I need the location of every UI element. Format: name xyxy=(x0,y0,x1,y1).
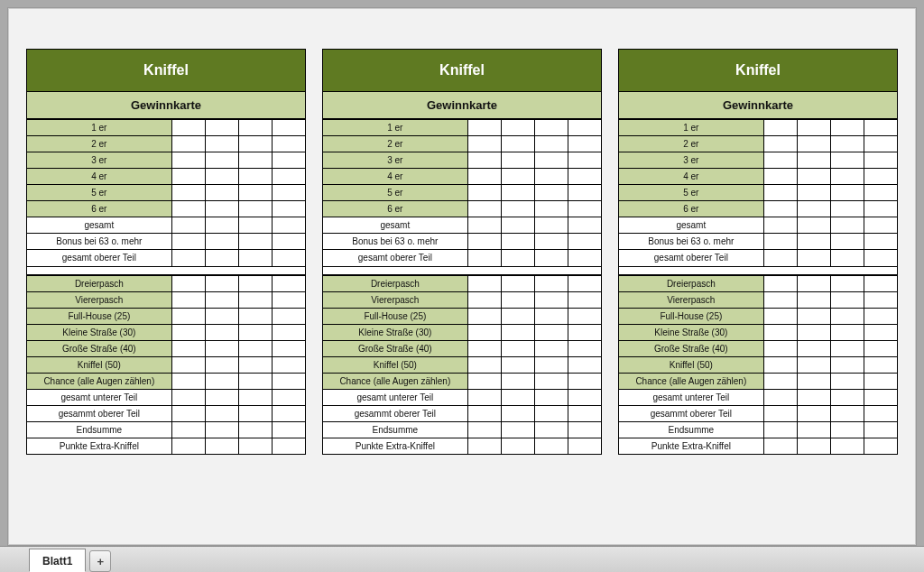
score-cell[interactable] xyxy=(238,201,272,217)
score-cell[interactable] xyxy=(205,185,238,201)
score-cell[interactable] xyxy=(272,120,305,136)
score-cell[interactable] xyxy=(238,169,272,185)
score-cell[interactable] xyxy=(830,275,864,291)
score-cell[interactable] xyxy=(568,201,601,217)
score-cell[interactable] xyxy=(238,291,272,308)
score-cell[interactable] xyxy=(763,234,797,250)
score-cell[interactable] xyxy=(238,234,272,250)
score-cell[interactable] xyxy=(864,185,897,201)
score-cell[interactable] xyxy=(864,389,897,405)
score-cell[interactable] xyxy=(171,438,205,454)
score-cell[interactable] xyxy=(534,373,568,389)
score-cell[interactable] xyxy=(171,136,205,152)
score-cell[interactable] xyxy=(568,136,601,152)
score-cell[interactable] xyxy=(797,136,830,152)
score-cell[interactable] xyxy=(501,201,534,217)
score-cell[interactable] xyxy=(864,275,897,291)
score-cell[interactable] xyxy=(534,405,568,421)
score-cell[interactable] xyxy=(534,324,568,340)
score-cell[interactable] xyxy=(763,324,797,340)
score-cell[interactable] xyxy=(763,152,797,169)
score-cell[interactable] xyxy=(568,217,601,234)
score-cell[interactable] xyxy=(205,356,238,373)
score-cell[interactable] xyxy=(467,201,501,217)
score-cell[interactable] xyxy=(501,405,534,421)
score-cell[interactable] xyxy=(797,185,830,201)
score-cell[interactable] xyxy=(171,250,205,266)
score-cell[interactable] xyxy=(568,169,601,185)
score-cell[interactable] xyxy=(568,185,601,201)
score-cell[interactable] xyxy=(797,389,830,405)
score-cell[interactable] xyxy=(830,291,864,308)
sheet-tab-active[interactable]: Blatt1 xyxy=(29,549,86,572)
score-cell[interactable] xyxy=(501,234,534,250)
score-cell[interactable] xyxy=(205,120,238,136)
score-cell[interactable] xyxy=(797,438,830,454)
score-cell[interactable] xyxy=(238,275,272,291)
score-cell[interactable] xyxy=(238,136,272,152)
score-cell[interactable] xyxy=(171,201,205,217)
score-cell[interactable] xyxy=(830,438,864,454)
score-cell[interactable] xyxy=(272,389,305,405)
score-cell[interactable] xyxy=(534,356,568,373)
score-cell[interactable] xyxy=(238,340,272,356)
score-cell[interactable] xyxy=(830,250,864,266)
score-cell[interactable] xyxy=(763,120,797,136)
score-cell[interactable] xyxy=(205,217,238,234)
score-cell[interactable] xyxy=(205,169,238,185)
score-cell[interactable] xyxy=(830,421,864,438)
score-cell[interactable] xyxy=(272,324,305,340)
score-cell[interactable] xyxy=(272,201,305,217)
score-cell[interactable] xyxy=(797,201,830,217)
score-cell[interactable] xyxy=(171,373,205,389)
score-cell[interactable] xyxy=(763,217,797,234)
score-cell[interactable] xyxy=(830,356,864,373)
score-cell[interactable] xyxy=(467,438,501,454)
score-cell[interactable] xyxy=(272,308,305,324)
score-cell[interactable] xyxy=(797,340,830,356)
score-cell[interactable] xyxy=(238,389,272,405)
score-cell[interactable] xyxy=(864,356,897,373)
score-cell[interactable] xyxy=(797,250,830,266)
score-cell[interactable] xyxy=(272,169,305,185)
score-cell[interactable] xyxy=(171,185,205,201)
score-cell[interactable] xyxy=(467,308,501,324)
score-cell[interactable] xyxy=(171,291,205,308)
score-cell[interactable] xyxy=(568,120,601,136)
score-cell[interactable] xyxy=(272,438,305,454)
score-cell[interactable] xyxy=(534,438,568,454)
score-cell[interactable] xyxy=(797,234,830,250)
score-cell[interactable] xyxy=(864,291,897,308)
score-cell[interactable] xyxy=(763,275,797,291)
score-cell[interactable] xyxy=(272,356,305,373)
score-cell[interactable] xyxy=(238,308,272,324)
score-cell[interactable] xyxy=(763,169,797,185)
score-cell[interactable] xyxy=(205,308,238,324)
score-cell[interactable] xyxy=(568,250,601,266)
score-cell[interactable] xyxy=(864,421,897,438)
score-cell[interactable] xyxy=(467,152,501,169)
score-cell[interactable] xyxy=(171,217,205,234)
score-cell[interactable] xyxy=(534,421,568,438)
score-cell[interactable] xyxy=(467,421,501,438)
score-cell[interactable] xyxy=(205,421,238,438)
score-cell[interactable] xyxy=(864,308,897,324)
score-cell[interactable] xyxy=(238,373,272,389)
score-cell[interactable] xyxy=(830,169,864,185)
score-cell[interactable] xyxy=(205,201,238,217)
score-cell[interactable] xyxy=(205,234,238,250)
score-cell[interactable] xyxy=(864,340,897,356)
score-cell[interactable] xyxy=(171,169,205,185)
score-cell[interactable] xyxy=(534,217,568,234)
score-cell[interactable] xyxy=(763,438,797,454)
score-cell[interactable] xyxy=(238,217,272,234)
score-cell[interactable] xyxy=(467,120,501,136)
score-cell[interactable] xyxy=(763,356,797,373)
score-cell[interactable] xyxy=(238,185,272,201)
score-cell[interactable] xyxy=(467,340,501,356)
score-cell[interactable] xyxy=(568,373,601,389)
score-cell[interactable] xyxy=(467,356,501,373)
score-cell[interactable] xyxy=(864,136,897,152)
score-cell[interactable] xyxy=(467,169,501,185)
score-cell[interactable] xyxy=(238,438,272,454)
